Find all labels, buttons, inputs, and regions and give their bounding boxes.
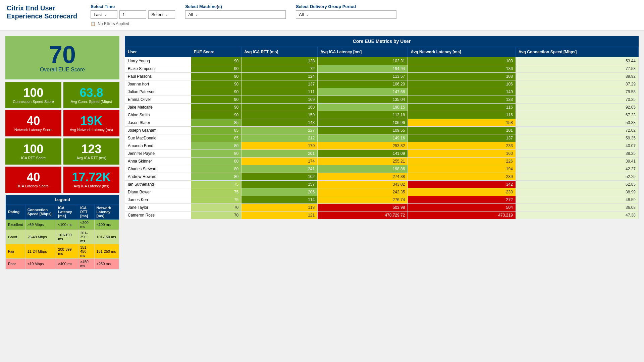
header: Citrix End User Experience Scorecard Sel… [0, 0, 644, 31]
metrics-col-header: Avg Network Latency [ms] [408, 47, 516, 57]
score-value: 100 [9, 143, 58, 155]
time-control-group: Select Time Last ⌄ 1 Select ⌄ 📋 No Filte… [91, 4, 175, 26]
metrics-cell: 504 [408, 204, 516, 212]
legend-cell: <10 Mbps [25, 259, 56, 269]
metrics-cell: 38.99 [516, 188, 638, 196]
legend-cell: Poor [6, 259, 25, 269]
score-label: Avg Conn. Speed (Mbps) [67, 100, 116, 104]
metrics-cell: 90 [191, 104, 241, 111]
scores-grid: 100Connection Speed Score63.8Avg Conn. S… [5, 82, 119, 193]
metrics-cell: 226 [408, 158, 516, 165]
metrics-cell: James Kerr [125, 196, 191, 204]
metrics-cell: 343.02 [318, 181, 408, 188]
legend-col-header: Connection Speed [Mbps] [25, 204, 56, 220]
legend-col-header: ICA Latency [ms] [56, 204, 78, 220]
metrics-cell: 503.98 [318, 204, 408, 212]
legend-row: Good25-49 Mbps101-199 ms201-350 ms101-15… [6, 230, 119, 244]
metrics-cell: 253.82 [318, 142, 408, 150]
metrics-cell: 67.23 [516, 111, 638, 119]
machine-label: Select Machine(s) [185, 4, 286, 9]
metrics-cell: 42.27 [516, 165, 638, 173]
metrics-cell: 80 [191, 150, 241, 158]
metrics-cell: 87.29 [516, 80, 638, 88]
metrics-cell: Joanne hort [125, 80, 191, 88]
metrics-cell: 79.58 [516, 88, 638, 96]
metrics-cell: 40.07 [516, 142, 638, 150]
overall-score-label: Overall EUE Score [12, 67, 113, 73]
metrics-cell: 77.58 [516, 65, 638, 73]
score-value: 19K [67, 115, 116, 127]
metrics-cell: Jane Taylor [125, 204, 191, 212]
table-row: Emma Oliver90169135.0413370.25 [125, 96, 639, 104]
metrics-cell: 149 [408, 88, 516, 96]
metrics-cell: 159 [241, 111, 318, 119]
legend-col-header: ICA RTT [ms] [78, 204, 94, 220]
metrics-cell: 157 [241, 181, 318, 188]
metrics-cell: 239 [408, 173, 516, 181]
legend-cell: 101-150 ms [94, 230, 119, 244]
metrics-cell: 274.38 [318, 173, 408, 181]
metrics-cell: Diana Bower [125, 188, 191, 196]
legend-cell: 25-49 Mbps [25, 230, 56, 244]
table-row: Andrew Howard80102274.3823952.25 [125, 173, 639, 181]
metrics-cell: 90 [191, 96, 241, 104]
metrics-cell: 52.25 [516, 173, 638, 181]
metrics-cell: 89.92 [516, 73, 638, 80]
metrics-cell: 72.02 [516, 127, 638, 134]
metrics-cell: 137 [408, 134, 516, 142]
metrics-cell: 194 [408, 165, 516, 173]
metrics-cell: Sue MacDonald [125, 134, 191, 142]
machine-select[interactable]: All ⌄ [185, 10, 286, 19]
metrics-cell: Ian Sutherland [125, 181, 191, 188]
score-card: 63.8Avg Conn. Speed (Mbps) [63, 82, 119, 108]
metrics-cell: 102 [241, 173, 318, 181]
table-row: Jason Slater85148106.9615853.38 [125, 119, 639, 127]
metrics-cell: Cameron Ross [125, 212, 191, 219]
time-select-unit[interactable]: Select ⌄ [148, 10, 175, 19]
legend-col-header: Network Latency [ms] [94, 204, 119, 220]
time-select-last[interactable]: Last ⌄ [91, 10, 117, 19]
table-row: Sue MacDonald85212149.1613759.35 [125, 134, 639, 142]
metrics-cell: 201 [241, 150, 318, 158]
metrics-cell: 227 [241, 127, 318, 134]
delivery-select[interactable]: All ⌄ [296, 10, 396, 19]
metrics-cell: 75 [191, 196, 241, 204]
metrics-cell: 48.59 [516, 196, 638, 204]
metrics-cell: 59.35 [516, 134, 638, 142]
metrics-cell: Jake Metcalfe [125, 104, 191, 111]
metrics-cell: Emma Oliver [125, 96, 191, 104]
metrics-cell: 47.38 [516, 212, 638, 219]
delivery-label: Select Delivery Group Period [296, 4, 396, 9]
table-row: Chloe Smith90159112.1811667.23 [125, 111, 639, 119]
metrics-cell: 80 [191, 165, 241, 173]
legend-cell: 200-399 ms [56, 244, 78, 259]
metrics-cell: 137 [241, 80, 318, 88]
delivery-row: All ⌄ [296, 10, 396, 19]
metrics-cell: 101 [408, 127, 516, 134]
metrics-col-header: EUE Score [191, 47, 241, 57]
metrics-cell: 478,729.72 [318, 212, 408, 219]
metrics-cell: 135.04 [318, 96, 408, 104]
overall-score-card: 70 Overall EUE Score [5, 36, 119, 79]
app-title: Citrix End User Experience Scorecard [7, 4, 77, 20]
time-select-num[interactable]: 1 [119, 10, 146, 19]
table-row: Charles Stewart80241198.8619442.27 [125, 165, 639, 173]
score-value: 100 [9, 87, 58, 99]
legend-header: Legend [6, 195, 119, 204]
metrics-table-title: Core EUE Metrics by User [125, 36, 639, 47]
table-row: Jennifer Payne80201141.0916038.25 [125, 150, 639, 158]
metrics-cell: 90 [191, 80, 241, 88]
metrics-cell: 111 [241, 88, 318, 96]
metrics-cell: 241 [241, 165, 318, 173]
legend-col-header: Rating [6, 204, 25, 220]
machine-row: All ⌄ [185, 10, 286, 19]
metrics-cell: 112.18 [318, 111, 408, 119]
metrics-cell: 473,219 [408, 212, 516, 219]
legend-cell: <200 ms [78, 220, 94, 230]
chevron-down-icon: ⌄ [165, 13, 168, 16]
metrics-cell: 75 [191, 188, 241, 196]
metrics-cell: 147.68 [318, 88, 408, 96]
time-label: Select Time [91, 4, 175, 9]
metrics-cell: 174 [241, 158, 318, 165]
metrics-cell: 106 [408, 80, 516, 88]
